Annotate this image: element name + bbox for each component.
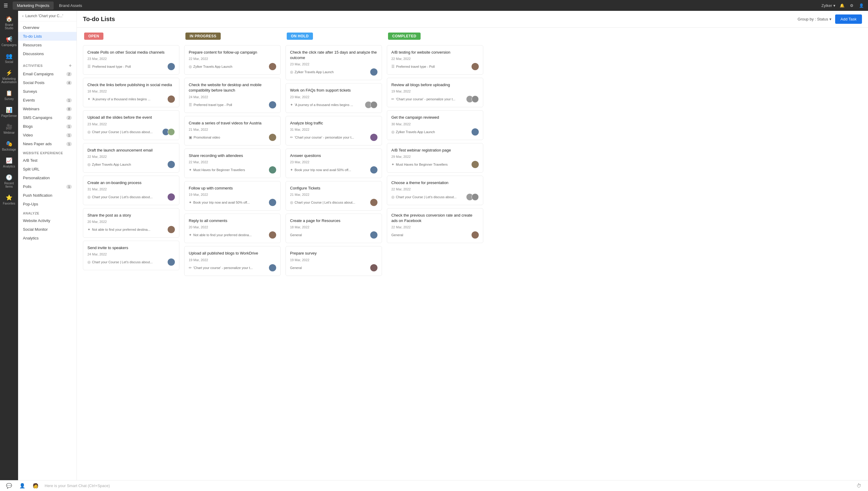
nav-website-activity[interactable]: Website Activity bbox=[18, 216, 77, 225]
nav-discussions[interactable]: Discussions bbox=[18, 49, 77, 58]
task-meta: ✏ 'Chart your course' - personalize your… bbox=[391, 95, 479, 103]
nav-analytics[interactable]: Analytics bbox=[18, 234, 77, 242]
website-list: A/B TestSplit URLPersonalizationPolls1Pu… bbox=[18, 156, 77, 208]
sidebar-item-brand-studio[interactable]: 🏠 Brand Studio bbox=[1, 13, 17, 32]
avatar bbox=[168, 128, 175, 136]
sidebar-item-webinar[interactable]: 🎥 Webinar bbox=[1, 121, 17, 137]
sidebar-item-analytics[interactable]: 📈 Analytics bbox=[1, 155, 17, 171]
notification-icon[interactable]: 🔔 bbox=[839, 2, 845, 8]
activities-list: Email Campaigns2Social Posts4SurveysEven… bbox=[18, 69, 77, 148]
task-card[interactable]: Check the click rate after 15 days and a… bbox=[286, 45, 382, 80]
tab-marketing-projects[interactable]: Marketing Projects bbox=[13, 1, 54, 10]
nav-events[interactable]: Events1 bbox=[18, 96, 77, 105]
nav-blogs[interactable]: Blogs1 bbox=[18, 122, 77, 131]
task-card[interactable]: Send invite to speakers 24 Mar, 2022 ◎ C… bbox=[83, 241, 180, 270]
task-date: 23 Mar, 2022 bbox=[87, 122, 175, 126]
sidebar-item-favorites[interactable]: ⭐ Favorites bbox=[1, 192, 17, 207]
task-meta: ✦ 'A journey of a thousand miles begins … bbox=[290, 101, 377, 109]
social-icon: 👥 bbox=[6, 53, 12, 59]
task-card[interactable]: Reply to all comments 20 Mar, 2022 ✦ Not… bbox=[184, 213, 281, 243]
add-activity-icon[interactable]: + bbox=[69, 63, 72, 68]
pagesense-icon: 📊 bbox=[6, 107, 12, 113]
task-card[interactable]: Create Polls on other Social media chann… bbox=[83, 45, 180, 75]
task-card[interactable]: Get the campaign reviewed 30 Mar, 2022 ◎… bbox=[387, 110, 483, 140]
task-card[interactable]: A/B testing for website conversion 22 Ma… bbox=[387, 45, 483, 75]
user-menu[interactable]: Zylker ▾ bbox=[821, 3, 836, 8]
source-icon: ✦ bbox=[87, 97, 90, 101]
person-icon[interactable]: 🧑 bbox=[31, 482, 40, 490]
chat-icon[interactable]: 💬 bbox=[5, 482, 13, 490]
sidebar-item-survey[interactable]: 📋 Survey bbox=[1, 87, 17, 103]
avatar bbox=[370, 101, 377, 109]
task-card[interactable]: Configure Tickets 21 Mar, 2022 ◎ Chart y… bbox=[286, 181, 382, 210]
source-icon: ✦ bbox=[87, 227, 90, 232]
source-text: Must Haves for Beginner Travellers bbox=[193, 168, 245, 172]
sidebar-item-marketing-automation[interactable]: ⚡ Marketing Automation bbox=[1, 67, 17, 86]
nav-polls[interactable]: Polls1 bbox=[18, 182, 77, 191]
task-card[interactable]: Check the links before publishing in soc… bbox=[83, 78, 180, 107]
source-text: Preferred travel type - Poll bbox=[396, 65, 435, 68]
nav-split-url[interactable]: Split URL bbox=[18, 165, 77, 174]
task-card[interactable]: Prepare content for follow-up campaign 2… bbox=[184, 45, 281, 75]
group-by-button[interactable]: Group by : Status ▾ bbox=[798, 17, 832, 21]
task-card[interactable]: Prepare survey 19 Mar, 2022 General bbox=[286, 246, 382, 276]
nav-webinars[interactable]: Webinars8 bbox=[18, 105, 77, 113]
task-card[interactable]: Create a page for Resources 18 Mar, 2022… bbox=[286, 213, 382, 243]
nav-email-campaigns[interactable]: Email Campaigns2 bbox=[18, 69, 77, 78]
settings-icon[interactable]: ⚙ bbox=[849, 2, 855, 8]
task-card[interactable]: Upload all the slides before the event 2… bbox=[83, 110, 180, 140]
menu-icon[interactable]: ☰ bbox=[4, 3, 8, 8]
avatar bbox=[269, 134, 276, 141]
task-card[interactable]: Create a series of travel videos for Aus… bbox=[184, 116, 281, 145]
bottom-bar: 💬 👤 🧑 Here is your Smart Chat (Ctrl+Spac… bbox=[0, 480, 868, 491]
sidebar-item-campaigns[interactable]: 📢 Campaigns bbox=[1, 33, 17, 49]
task-card[interactable]: Draft the launch announcement email 22 M… bbox=[83, 143, 180, 173]
task-title: Create a series of travel videos for Aus… bbox=[189, 120, 276, 126]
sidebar-item-pagesense[interactable]: 📊 PageSense bbox=[1, 104, 17, 120]
nav-social-monitor[interactable]: Social Monitor bbox=[18, 225, 77, 234]
source-icon: ◎ bbox=[391, 130, 395, 134]
nav-todo-lists[interactable]: To-do Lists bbox=[18, 32, 77, 41]
smart-chat-placeholder[interactable]: Here is your Smart Chat (Ctrl+Space) bbox=[45, 484, 850, 488]
task-card[interactable]: Review all blogs before uploading 19 Mar… bbox=[387, 78, 483, 107]
task-card[interactable]: Share recording with attendees 22 Mar, 2… bbox=[184, 148, 281, 178]
tab-brand-assets[interactable]: Brand Assets bbox=[55, 1, 86, 10]
nav-overview[interactable]: Overview bbox=[18, 23, 77, 32]
nav-push-notification[interactable]: Push Notification bbox=[18, 191, 77, 200]
sidebar-item-recent-items[interactable]: 🕐 Recent Items bbox=[1, 172, 17, 191]
task-meta: ☰ Preferred travel type - Poll bbox=[189, 101, 276, 109]
user-icon[interactable]: 👤 bbox=[858, 2, 864, 8]
task-card[interactable]: Work on FAQs from support tickets 23 Mar… bbox=[286, 83, 382, 113]
task-card[interactable]: Choose a theme for presentation 22 Mar, … bbox=[387, 176, 483, 205]
nav-video[interactable]: Video1 bbox=[18, 131, 77, 140]
task-card[interactable]: Check the previous conversion rate and c… bbox=[387, 208, 483, 243]
users-icon[interactable]: 👤 bbox=[18, 482, 27, 490]
nav-resources[interactable]: Resources bbox=[18, 41, 77, 49]
task-card[interactable]: Analyze blog traffic 31 Mar, 2022 ✏ 'Cha… bbox=[286, 116, 382, 145]
source-text: General bbox=[290, 266, 302, 269]
task-card[interactable]: A/B Test webinar registration page 29 Ma… bbox=[387, 143, 483, 173]
task-card[interactable]: Upload all published blogs to WorkDrive … bbox=[184, 246, 281, 276]
task-card[interactable]: Follow up with comments 19 Mar, 2022 ✦ B… bbox=[184, 181, 281, 210]
nav-ab-test[interactable]: A/B Test bbox=[18, 156, 77, 165]
sidebar-item-social[interactable]: 👥 Social bbox=[1, 50, 17, 66]
clock-icon[interactable]: ⏱ bbox=[855, 482, 863, 490]
source-icon: ◎ bbox=[87, 162, 90, 167]
nav-pop-ups[interactable]: Pop-Ups bbox=[18, 200, 77, 208]
task-title: Check the click rate after 15 days and a… bbox=[290, 50, 377, 61]
task-source: ✦ Must Haves for Beginner Travellers bbox=[391, 162, 471, 167]
nav-personalization[interactable]: Personalization bbox=[18, 174, 77, 182]
back-button[interactable]: ‹ Launch 'Chart your C...' bbox=[18, 11, 77, 21]
nav-social-posts[interactable]: Social Posts4 bbox=[18, 78, 77, 87]
sidebar-item-backstage[interactable]: 🎭 Backstage bbox=[1, 138, 17, 154]
nav-sms-campaigns[interactable]: SMS Campaigns2 bbox=[18, 113, 77, 122]
add-task-button[interactable]: Add Task bbox=[835, 15, 862, 24]
nav-newspaper-ads[interactable]: News Paper ads1 bbox=[18, 140, 77, 148]
nav-surveys[interactable]: Surveys bbox=[18, 87, 77, 96]
analyze-list: Website ActivitySocial MonitorAnalytics bbox=[18, 216, 77, 242]
task-date: 30 Mar, 2022 bbox=[391, 122, 479, 126]
task-card[interactable]: Answer questions 23 Mar, 2022 ✦ Book you… bbox=[286, 148, 382, 178]
task-card[interactable]: Share the post as a story 20 Mar, 2022 ✦… bbox=[83, 208, 180, 238]
task-card[interactable]: Check the website for desktop and mobile… bbox=[184, 78, 281, 113]
task-card[interactable]: Create an on-boarding process 31 Mar, 20… bbox=[83, 176, 180, 205]
